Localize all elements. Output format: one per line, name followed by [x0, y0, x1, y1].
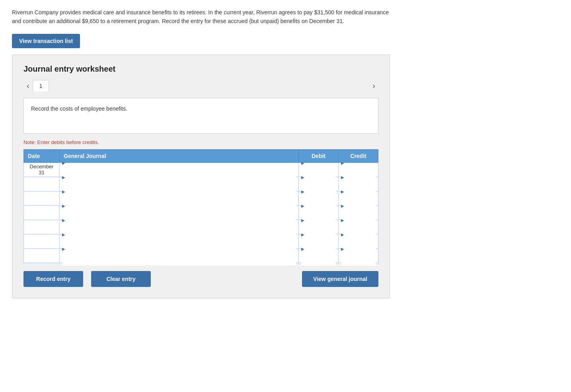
gj-cell-4[interactable] — [60, 205, 299, 220]
date-cell-2 — [24, 177, 60, 191]
table-row: December31 — [24, 162, 378, 177]
gj-cell-7[interactable] — [60, 248, 299, 263]
clear-entry-button[interactable]: Clear entry — [91, 271, 151, 287]
tab-navigation: ‹ 1 › — [23, 80, 378, 92]
gj-cell-1[interactable] — [60, 162, 299, 177]
tab-1[interactable]: 1 — [33, 80, 49, 92]
view-general-journal-button[interactable]: View general journal — [302, 271, 378, 287]
instruction-box: Record the costs of employee benefits. — [23, 98, 378, 134]
date-cell-4 — [24, 205, 60, 220]
worksheet-container: Journal entry worksheet ‹ 1 › Record the… — [12, 55, 390, 298]
debit-cell-7[interactable] — [299, 248, 339, 263]
date-cell-6 — [24, 234, 60, 248]
table-row — [24, 177, 378, 191]
date-cell-1: December31 — [24, 162, 60, 177]
table-row — [24, 220, 378, 234]
credit-cell-7[interactable] — [339, 248, 378, 263]
general-journal-column-header: General Journal — [60, 149, 299, 162]
next-tab-button[interactable]: › — [369, 80, 378, 91]
gj-cell-3[interactable] — [60, 191, 299, 205]
gj-cell-5[interactable] — [60, 220, 299, 234]
gj-cell-2[interactable] — [60, 177, 299, 191]
table-row — [24, 205, 378, 220]
table-row — [24, 248, 378, 263]
debits-before-credits-note: Note: Enter debits before credits. — [23, 139, 378, 145]
table-row — [24, 234, 378, 248]
prev-tab-button[interactable]: ‹ — [23, 80, 33, 91]
date-cell-7 — [24, 248, 60, 263]
table-row — [24, 191, 378, 205]
date-cell-5 — [24, 220, 60, 234]
gj-input-7[interactable] — [62, 252, 296, 265]
problem-description: Riverrun Company provides medical care a… — [12, 8, 390, 26]
record-entry-button[interactable]: Record entry — [23, 271, 83, 287]
date-column-header: Date — [24, 149, 60, 162]
debit-input-7[interactable] — [301, 252, 336, 265]
view-transaction-list-button[interactable]: View transaction list — [12, 34, 80, 48]
gj-cell-6[interactable] — [60, 234, 299, 248]
credit-input-7[interactable] — [341, 252, 376, 265]
journal-table: Date General Journal Debit Credit Decemb… — [23, 149, 378, 263]
button-row: Record entry Clear entry View general jo… — [23, 271, 378, 287]
date-cell-3 — [24, 191, 60, 205]
worksheet-title: Journal entry worksheet — [23, 64, 378, 74]
